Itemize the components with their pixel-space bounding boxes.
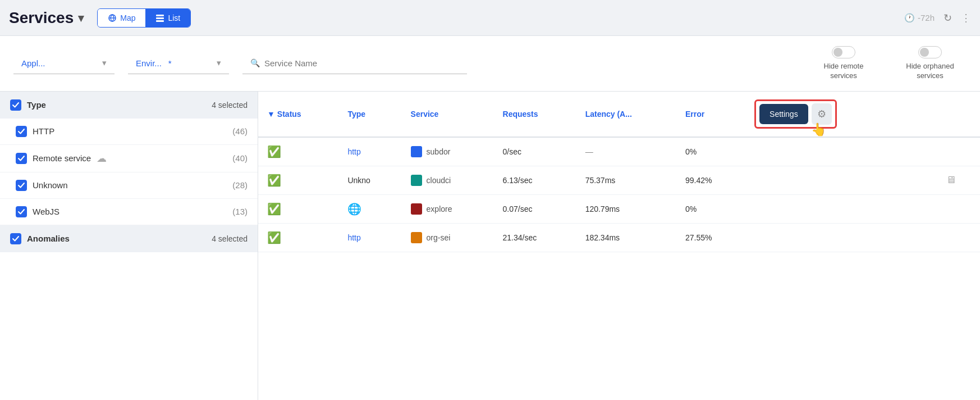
col-status[interactable]: ▼Status [258, 92, 338, 137]
status-ok-icon: ✅ [267, 174, 281, 187]
settings-highlight-box: Settings ⚙ 👆 [754, 99, 837, 129]
http-count: (46) [232, 126, 248, 136]
monitor-cell: 🖥 [937, 166, 980, 194]
error-cell: 99.42% [676, 166, 745, 194]
http-label: HTTP [33, 126, 54, 136]
type-section-header: Type 4 selected [0, 92, 258, 119]
status-ok-icon: ✅ [267, 146, 281, 158]
latency-cell: 182.34ms [576, 223, 676, 252]
remote-checkbox[interactable] [16, 153, 27, 164]
service-cell: explore [402, 194, 494, 223]
search-input[interactable] [264, 58, 459, 68]
app-filter-label: Appl... [21, 58, 45, 68]
latency-cell: — [576, 137, 676, 166]
service-color-indicator [411, 146, 422, 157]
service-color-indicator [411, 175, 422, 186]
gear-button[interactable]: ⚙ [812, 103, 832, 125]
sidebar-item-webjs[interactable]: WebJS (13) [0, 199, 258, 225]
svg-rect-4 [156, 20, 164, 22]
monitor-cell [937, 223, 980, 252]
latency-cell: 75.37ms [576, 166, 676, 194]
type-checkbox[interactable] [10, 99, 21, 111]
hide-remote-toggle-group: Hide remoteservices [807, 46, 880, 81]
status-cell: ✅ [258, 223, 338, 252]
env-filter-caret: ▾ [217, 58, 221, 68]
error-cell: 27.55% [676, 223, 745, 252]
table-row: ✅ http subdor 0/sec — 0% [258, 137, 980, 166]
col-service[interactable]: Service [402, 92, 494, 137]
webjs-count: (13) [232, 207, 248, 216]
sidebar: Type 4 selected HTTP (46) Remote service… [0, 92, 258, 400]
table-row: ✅ Unkno cloudci 6.13/sec 75.37ms 99.42% … [258, 166, 980, 194]
anomalies-checkbox[interactable] [10, 233, 21, 244]
page-title: Services ▾ [9, 9, 84, 27]
col-requests[interactable]: Requests [494, 92, 576, 137]
remote-count: (40) [232, 153, 248, 163]
status-cell: ✅ [258, 166, 338, 194]
col-type[interactable]: Type [338, 92, 401, 137]
sidebar-item-http[interactable]: HTTP (46) [0, 119, 258, 145]
requests-cell: 21.34/sec [494, 223, 576, 252]
map-icon [108, 13, 117, 22]
webjs-label: WebJS [33, 207, 59, 216]
clock-icon: 🕐 [904, 13, 915, 23]
map-view-button[interactable]: Map [98, 9, 145, 27]
list-view-button[interactable]: List [145, 9, 190, 27]
type-header-label: Type [27, 100, 46, 110]
env-filter-label: Envir... [136, 58, 162, 68]
col-latency[interactable]: Latency (A... [576, 92, 676, 137]
hide-remote-toggle[interactable] [832, 46, 855, 58]
service-cell: org-sei [402, 223, 494, 252]
app-filter-caret: ▾ [102, 58, 107, 68]
http-checkbox[interactable] [16, 126, 27, 137]
service-name-search[interactable]: 🔍 [242, 53, 467, 74]
more-icon[interactable]: ⋮ [961, 12, 971, 24]
hide-orphaned-label: Hide orphanedservices [906, 62, 954, 81]
service-cell: cloudci [402, 166, 494, 194]
col-error[interactable]: Error [676, 92, 745, 137]
refresh-icon[interactable]: ↻ [944, 12, 952, 24]
settings-button[interactable]: Settings [759, 104, 808, 124]
unknown-checkbox[interactable] [16, 180, 27, 191]
sidebar-item-remote[interactable]: Remote service ☁ (40) [0, 145, 258, 172]
unknown-label: Unknown [33, 180, 68, 190]
action-cell [745, 137, 937, 166]
app-filter[interactable]: Appl... ▾ [13, 52, 115, 74]
env-filter[interactable]: Envir... * ▾ [128, 52, 229, 74]
search-icon: 🔍 [250, 58, 260, 67]
time-label: 🕐 -72h [904, 13, 935, 23]
action-cell [745, 166, 937, 194]
action-cell [745, 223, 937, 252]
webjs-checkbox[interactable] [16, 206, 27, 217]
table-row: ✅ http org-sei 21.34/sec 182.34ms 27.55% [258, 223, 980, 252]
table-row: ✅ 🌐 explore 0.07/sec 120.79ms 0% [258, 194, 980, 223]
monitor-icon[interactable]: 🖥 [946, 174, 956, 185]
status-ok-icon: ✅ [267, 231, 281, 244]
type-cell: http [338, 223, 401, 252]
hide-orphaned-toggle[interactable] [918, 46, 942, 58]
monitor-cell [937, 194, 980, 223]
hide-remote-label: Hide remoteservices [824, 62, 864, 81]
title-chevron-icon[interactable]: ▾ [78, 11, 84, 25]
error-cell: 0% [676, 194, 745, 223]
service-color-indicator [411, 232, 422, 243]
cursor-icon: 👆 [811, 122, 826, 137]
action-cell [745, 194, 937, 223]
title-text: Services [9, 9, 74, 27]
status-cell: ✅ [258, 137, 338, 166]
sidebar-item-unknown[interactable]: Unknown (28) [0, 172, 258, 199]
table-header-row: ▼Status Type Service Requests Latency (A… [258, 92, 980, 137]
type-cell: Unkno [338, 166, 401, 194]
requests-cell: 0/sec [494, 137, 576, 166]
filter-bar: Appl... ▾ Envir... * ▾ 🔍 Hide remoteserv… [0, 36, 980, 92]
status-cell: ✅ [258, 194, 338, 223]
top-bar-right: 🕐 -72h ↻ ⋮ [904, 12, 971, 24]
svg-rect-2 [156, 15, 164, 16]
top-bar: Services ▾ Map List 🕐 -72h ↻ ⋮ [0, 0, 980, 36]
cloud-icon: ☁ [97, 152, 107, 165]
table-area: ▼Status Type Service Requests Latency (A… [258, 92, 980, 400]
status-ok-icon: ✅ [267, 203, 281, 215]
error-cell: 0% [676, 137, 745, 166]
main-layout: Type 4 selected HTTP (46) Remote service… [0, 92, 980, 400]
view-toggle: Map List [97, 8, 191, 28]
